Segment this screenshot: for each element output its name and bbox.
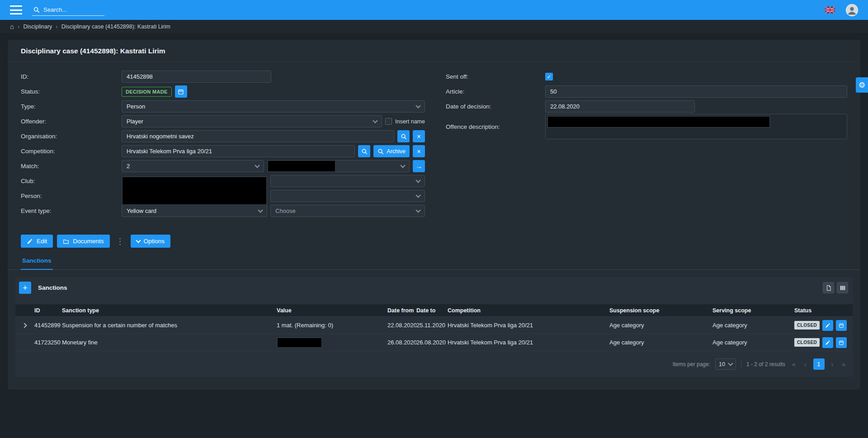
- insert-name-label: Insert name: [395, 118, 425, 125]
- more-actions-icon[interactable]: ⋮: [114, 237, 127, 245]
- results-count: 1 - 2 of 2 results: [746, 361, 785, 367]
- match-detail-select[interactable]: [267, 160, 410, 172]
- offender-select-value: Player: [127, 118, 143, 125]
- chevron-down-icon: [400, 163, 405, 168]
- cell-serving-scope: Age category: [712, 339, 794, 346]
- pagination-page-1[interactable]: 1: [813, 358, 825, 370]
- form-row-event-type: Event type: Yellow card Choose: [21, 203, 425, 218]
- expand-row-icon[interactable]: [22, 323, 27, 328]
- edit-sanction-button[interactable]: [822, 320, 833, 331]
- event-type-secondary-select[interactable]: Choose: [270, 205, 425, 217]
- chevron-down-icon: [373, 118, 377, 123]
- menu-button[interactable]: [10, 5, 22, 14]
- page-title: Disciplinary case (41452898): Kastrati L…: [8, 40, 860, 62]
- competition-search-button[interactable]: [358, 145, 370, 157]
- offence-description-label: Offence description:: [446, 114, 545, 130]
- event-type-select[interactable]: Yellow card: [122, 205, 267, 217]
- tab-sanctions[interactable]: Sanctions: [21, 252, 53, 270]
- home-icon[interactable]: ⌂: [10, 23, 14, 30]
- user-avatar[interactable]: [846, 4, 858, 16]
- col-date-from: Date from: [387, 307, 416, 314]
- export-button[interactable]: [823, 282, 834, 293]
- search-icon: [401, 133, 407, 140]
- archive-search-button[interactable]: Archive: [373, 145, 410, 157]
- competition-label: Competition:: [21, 148, 122, 155]
- breadcrumb-item-disciplinary[interactable]: Disciplinary: [23, 24, 52, 30]
- status-history-button[interactable]: [175, 85, 187, 98]
- search-icon: [361, 148, 368, 155]
- person-secondary-select[interactable]: [270, 190, 425, 202]
- type-select[interactable]: Person: [122, 100, 425, 113]
- club-label: Club:: [21, 178, 122, 184]
- documents-button[interactable]: Documents: [57, 235, 109, 248]
- items-per-page-select[interactable]: 10: [715, 358, 736, 370]
- article-input[interactable]: [545, 85, 847, 98]
- form-column-left: ID: Status: DECISION MADE Type:: [21, 69, 425, 218]
- match-select[interactable]: 2: [122, 160, 264, 172]
- cell-sanction-type: Suspension for a certain number of match…: [62, 322, 277, 329]
- columns-settings-button[interactable]: [837, 282, 848, 293]
- sent-off-checkbox[interactable]: ✓: [545, 73, 553, 80]
- col-suspension-scope: Suspension scope: [609, 307, 712, 314]
- cell-date-from: 26.08.2020: [387, 339, 416, 346]
- pencil-icon: [825, 323, 830, 328]
- gear-icon: ⚙: [859, 80, 865, 90]
- person-label: Person:: [21, 193, 122, 199]
- edit-button[interactable]: Edit: [21, 235, 53, 248]
- settings-fab-button[interactable]: ⚙: [856, 77, 868, 93]
- edit-sanction-button[interactable]: [822, 337, 833, 348]
- insert-name-checkbox[interactable]: [385, 118, 392, 125]
- organisation-label: Organisation:: [21, 133, 122, 140]
- cell-id: 41723250: [34, 339, 62, 346]
- search-icon: [33, 6, 40, 13]
- status-label: Status:: [21, 88, 122, 95]
- id-input[interactable]: [122, 71, 271, 83]
- pagination-next-button[interactable]: ›: [830, 361, 835, 368]
- items-per-page-value: 10: [719, 361, 725, 367]
- col-sanction-type: Sanction type: [62, 307, 277, 314]
- pagination-prev-button[interactable]: ‹: [802, 361, 808, 368]
- date-of-decision-input[interactable]: [545, 100, 695, 113]
- sanction-calendar-button[interactable]: [836, 320, 847, 331]
- chevron-down-icon: [728, 361, 733, 366]
- organisation-input[interactable]: [122, 130, 394, 142]
- form-row-date-of-decision: Date of decision:: [446, 99, 847, 114]
- add-sanction-button[interactable]: +: [19, 282, 31, 294]
- breadcrumb: ⌂ › Disciplinary › Disciplinary case (41…: [0, 20, 868, 33]
- breadcrumb-item-case[interactable]: Disciplinary case (41452898): Kastrati L…: [61, 24, 170, 30]
- type-label: Type:: [21, 103, 122, 110]
- top-bar: [0, 0, 868, 20]
- competition-input[interactable]: [122, 145, 355, 157]
- club-secondary-select[interactable]: [270, 175, 425, 187]
- col-date-to: Date to: [416, 307, 448, 314]
- pagination-last-button[interactable]: »: [840, 361, 847, 368]
- archive-button-label: Archive: [387, 148, 406, 155]
- language-flag-uk[interactable]: [825, 6, 835, 14]
- competition-clear-button[interactable]: ×: [413, 145, 425, 157]
- sanction-calendar-button[interactable]: [836, 337, 847, 348]
- tab-bar: Sanctions: [8, 252, 860, 270]
- chevron-down-icon: [258, 207, 263, 212]
- footer-divider: [741, 360, 741, 369]
- search-icon: [377, 148, 384, 155]
- action-buttons: Edit Documents ⋮ Options: [8, 235, 860, 248]
- global-search: [32, 4, 104, 16]
- match-label: Match:: [21, 163, 122, 170]
- form-column-right: Sent off: ✓ Article: Date of decision:: [446, 69, 847, 218]
- table-row: 41723250 Monetary fine 26.08.2020 26.08.…: [15, 334, 853, 351]
- pencil-icon: [825, 340, 830, 345]
- offender-select[interactable]: Player: [122, 115, 382, 127]
- close-icon: ×: [417, 133, 421, 140]
- search-input[interactable]: [43, 6, 98, 13]
- col-serving-scope: Serving scope: [712, 307, 794, 314]
- organisation-clear-button[interactable]: ×: [413, 130, 425, 142]
- breadcrumb-separator-icon: ›: [56, 23, 57, 30]
- options-button[interactable]: Options: [131, 235, 171, 248]
- folder-icon: [63, 238, 69, 245]
- pagination-first-button[interactable]: «: [790, 361, 797, 368]
- go-to-match-button[interactable]: →: [413, 160, 425, 172]
- chevron-down-icon: [415, 207, 420, 212]
- offence-description-textarea[interactable]: [545, 114, 847, 139]
- cell-id: 41452899: [34, 322, 62, 329]
- organisation-search-button[interactable]: [397, 130, 410, 142]
